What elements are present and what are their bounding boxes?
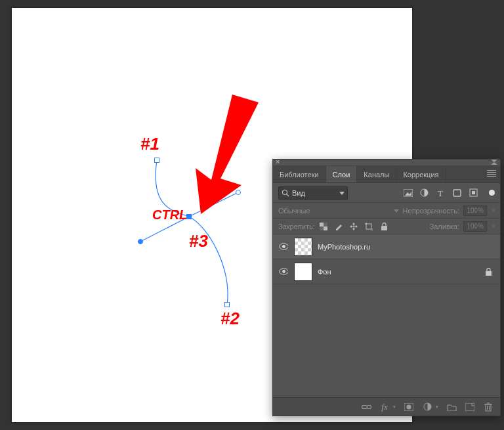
layer-filter-bar: Вид T: [273, 183, 500, 203]
svg-rect-17: [324, 226, 327, 230]
svg-line-6: [287, 194, 289, 196]
svg-marker-23: [352, 228, 355, 230]
svg-rect-26: [366, 224, 371, 229]
fill-label: Заливка:: [430, 223, 459, 230]
opacity-label: Непрозрачность:: [403, 207, 459, 215]
search-icon: [282, 189, 289, 197]
svg-marker-25: [356, 225, 358, 228]
layer-mask-icon[interactable]: [404, 402, 414, 412]
svg-rect-16: [320, 223, 324, 226]
svg-rect-12: [453, 190, 461, 196]
layer-thumbnail[interactable]: [294, 238, 312, 256]
annotation-arrow: [189, 95, 268, 226]
panel-topbar: ×: [273, 160, 500, 166]
filter-image-icon[interactable]: [403, 188, 413, 198]
annotation-label-3: #3: [189, 231, 208, 251]
panel-tabs: Библиотеки Слои Каналы Коррекция: [273, 166, 500, 183]
visibility-toggle-icon[interactable]: [278, 242, 289, 252]
chevron-down-icon: ▾: [393, 404, 396, 410]
layer-row[interactable]: Фон: [273, 259, 500, 284]
layer-thumbnail[interactable]: [294, 263, 312, 281]
svg-rect-36: [486, 271, 492, 276]
tab-adjustments[interactable]: Коррекция: [396, 166, 446, 183]
adjustment-layer-icon[interactable]: [422, 402, 432, 412]
svg-marker-24: [350, 225, 352, 228]
lock-all-icon[interactable]: [379, 221, 389, 231]
blend-mode-select[interactable]: Обычные: [278, 207, 390, 215]
filter-adjustment-icon[interactable]: [419, 188, 429, 198]
svg-rect-18: [324, 223, 327, 226]
chevron-down-icon[interactable]: ▾: [492, 207, 495, 213]
new-layer-icon[interactable]: [465, 402, 475, 412]
layer-row[interactable]: MyPhotoshop.ru: [273, 234, 500, 259]
opacity-field[interactable]: 100%: [463, 205, 487, 216]
panel-menu-icon[interactable]: [487, 170, 496, 177]
annotation-label-1: #1: [140, 134, 159, 154]
lock-label: Закрепить:: [278, 223, 315, 230]
layer-list: MyPhotoshop.ru Фон: [273, 234, 500, 284]
svg-marker-9: [405, 192, 411, 196]
lock-row: Закрепить: Заливка: 100% ▾: [273, 219, 500, 234]
chevron-down-icon: ▾: [436, 404, 438, 410]
filter-shape-icon[interactable]: [452, 188, 462, 198]
svg-marker-2: [196, 95, 259, 214]
svg-point-5: [283, 190, 287, 194]
layer-kind-select[interactable]: Вид: [278, 186, 348, 200]
delete-layer-icon[interactable]: [483, 402, 494, 412]
lock-artboard-icon[interactable]: [364, 221, 374, 231]
fill-field[interactable]: 100%: [463, 221, 487, 232]
svg-marker-15: [394, 209, 399, 213]
svg-text:T: T: [438, 189, 443, 197]
svg-rect-19: [320, 226, 324, 230]
filter-smartobject-icon[interactable]: [469, 188, 478, 198]
svg-point-33: [282, 245, 285, 248]
svg-marker-7: [339, 192, 345, 195]
svg-rect-31: [381, 226, 387, 230]
svg-rect-40: [465, 403, 474, 411]
filter-text-icon[interactable]: T: [436, 188, 446, 198]
tab-libraries[interactable]: Библиотеки: [273, 166, 326, 183]
svg-rect-41: [486, 404, 491, 411]
lock-transparency-icon[interactable]: [319, 221, 329, 231]
annotation-label-2: #2: [220, 309, 240, 329]
path-anchor-1[interactable]: [154, 158, 159, 163]
annotation-label-ctrl: CTRL: [152, 207, 187, 223]
close-icon[interactable]: ×: [276, 158, 280, 165]
path-anchor-2[interactable]: [224, 302, 230, 307]
filter-toggle-indicator[interactable]: [489, 190, 495, 196]
svg-marker-22: [352, 223, 355, 225]
svg-point-38: [407, 404, 411, 409]
svg-marker-4: [491, 162, 497, 165]
layer-style-icon[interactable]: fx: [379, 402, 390, 412]
chevron-down-icon: [394, 208, 399, 213]
layer-name-label[interactable]: Фон: [318, 268, 480, 276]
layers-panel-footer: fx▾ ▾: [273, 397, 500, 416]
bezier-handle-in[interactable]: [138, 239, 143, 244]
new-group-icon[interactable]: [446, 402, 457, 412]
lock-icon: [485, 268, 492, 276]
chevron-down-icon: [339, 190, 345, 196]
blend-mode-row: Обычные Непрозрачность: 100% ▾: [273, 203, 500, 219]
layers-panel: × Библиотеки Слои Каналы Коррекция Вид T…: [272, 159, 501, 416]
svg-marker-3: [491, 160, 497, 162]
collapse-icon[interactable]: [491, 160, 497, 165]
tab-channels[interactable]: Каналы: [357, 166, 396, 183]
lock-position-icon[interactable]: [349, 221, 359, 231]
tab-layers[interactable]: Слои: [326, 166, 358, 183]
svg-point-35: [282, 270, 285, 273]
link-layers-icon[interactable]: [361, 402, 371, 412]
kind-value: Вид: [292, 189, 337, 197]
svg-rect-14: [472, 191, 475, 194]
visibility-toggle-icon[interactable]: [278, 267, 289, 277]
lock-pixels-icon[interactable]: [334, 221, 344, 231]
chevron-down-icon[interactable]: ▾: [492, 223, 495, 229]
layer-name-label[interactable]: MyPhotoshop.ru: [318, 243, 495, 251]
